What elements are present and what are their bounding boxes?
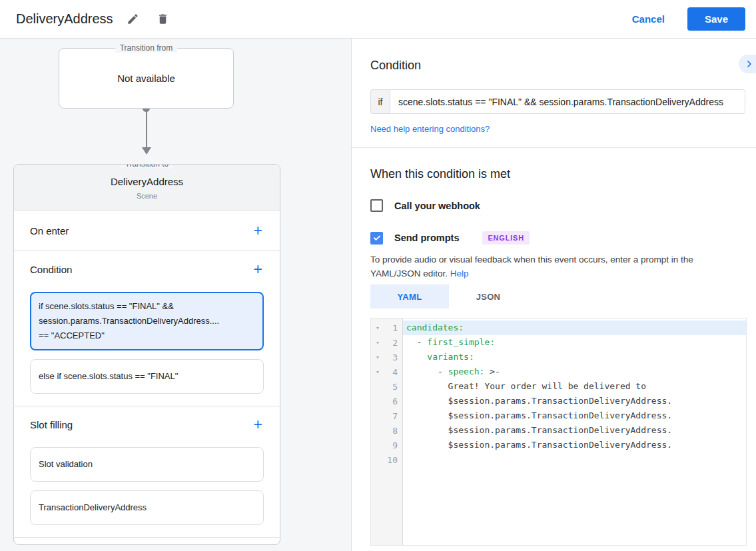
panel-title: Condition (370, 59, 745, 73)
gutter-line[interactable]: 5 (371, 379, 402, 394)
line-number: 6 (384, 396, 402, 406)
save-button[interactable]: Save (687, 7, 745, 31)
section-slot-filling-header: Slot filling + (30, 410, 264, 438)
line-number: 9 (384, 440, 402, 450)
transition-from-value: Not available (117, 73, 175, 84)
code-line[interactable]: - first_simple: (403, 335, 746, 350)
slot-card[interactable]: TransactionDeliveryAddress (30, 490, 264, 525)
line-number: 4 (384, 367, 402, 377)
code-line[interactable]: $session.params.TransactionDeliveryAddre… (403, 408, 746, 423)
scene-graph-panel: Transition from Not available Transition… (0, 39, 352, 551)
line-number: 7 (384, 411, 402, 421)
code-line[interactable]: $session.params.TransactionDeliveryAddre… (403, 438, 746, 452)
gutter-line[interactable]: ▾2 (371, 335, 402, 350)
section-condition-header: Condition + (30, 255, 264, 283)
when-condition-title: When this condition is met (370, 167, 745, 181)
gutter-line[interactable]: 8 (371, 423, 402, 438)
page-title: DeliveryAddress (16, 11, 113, 27)
line-number: 1 (384, 323, 402, 333)
condition-card-selected[interactable]: if scene.slots.status == "FINAL" && sess… (30, 292, 264, 350)
section-divider (352, 147, 756, 148)
scene-type-label: Scene (25, 192, 269, 200)
webhook-label: Call your webhook (394, 201, 480, 211)
checkmark-icon (372, 233, 382, 243)
code-line[interactable]: - speech: >- (403, 364, 746, 379)
add-on-enter-button[interactable]: + (252, 223, 264, 239)
cancel-button[interactable]: Cancel (632, 13, 665, 25)
send-prompts-checkbox[interactable] (370, 232, 383, 245)
section-on-enter: On enter + (30, 211, 264, 251)
top-app-bar: DeliveryAddress Cancel Save (0, 0, 756, 39)
fold-arrow-icon[interactable]: ▾ (371, 324, 384, 331)
line-number: 2 (384, 338, 402, 348)
condition-input[interactable] (390, 89, 745, 114)
transition-from-label: Transition from (115, 43, 178, 53)
editor-gutter: ▾1▾2▾3▾45678910 (371, 318, 403, 545)
code-line[interactable]: variants: (403, 350, 746, 364)
conditions-help-link[interactable]: Need help entering conditions? (370, 124, 745, 134)
chevron-right-icon (744, 59, 755, 69)
fold-arrow-icon[interactable]: ▾ (371, 354, 384, 360)
transition-arrow (59, 109, 234, 155)
line-number: 8 (384, 426, 402, 436)
condition-detail-panel: Condition if Need help entering conditio… (352, 39, 756, 551)
line-number: 3 (384, 352, 402, 362)
condition-section-label: Condition (30, 264, 72, 275)
transition-from-box[interactable]: Transition from Not available (59, 48, 234, 109)
gutter-line[interactable]: 10 (371, 452, 402, 467)
delete-scene-button[interactable] (153, 9, 173, 29)
on-enter-label: On enter (30, 225, 69, 237)
condition-expression-row: if (370, 89, 745, 114)
scene-header[interactable]: DeliveryAddress Scene (14, 165, 280, 211)
tab-json[interactable]: JSON (449, 284, 528, 308)
webhook-checkbox-row[interactable]: Call your webhook (370, 199, 745, 212)
if-prefix: if (370, 89, 390, 114)
send-prompts-label: Send prompts (394, 233, 459, 243)
help-link[interactable]: Help (450, 269, 469, 278)
gutter-line[interactable]: 6 (371, 394, 402, 408)
line-number: 5 (384, 382, 402, 392)
line-number: 10 (384, 455, 402, 465)
add-custom-intent-button[interactable]: + (252, 544, 264, 546)
add-condition-button[interactable]: + (252, 262, 264, 277)
slot-filling-label: Slot filling (30, 419, 73, 430)
arrow-line (146, 112, 147, 147)
fold-arrow-icon[interactable]: ▾ (371, 368, 384, 375)
editor-code-area[interactable]: candidates: - first_simple: variants: - … (403, 318, 746, 545)
arrow-head-icon (142, 147, 151, 155)
trash-icon (157, 13, 169, 25)
collapse-panel-button[interactable] (739, 55, 756, 73)
scene-name: DeliveryAddress (25, 176, 269, 187)
language-badge: ENGLISH (482, 231, 530, 245)
prompts-hint: To provide audio or visual feedback when… (370, 253, 745, 280)
condition-card[interactable]: else if scene.slots.status == "FINAL" (30, 359, 264, 394)
add-slot-button[interactable]: + (252, 417, 264, 432)
edit-title-button[interactable] (123, 9, 143, 29)
fold-arrow-icon[interactable]: ▾ (371, 339, 384, 346)
code-line[interactable]: $session.params.TransactionDeliveryAddre… (403, 394, 746, 408)
slot-validation-card[interactable]: Slot validation (30, 447, 264, 482)
yaml-editor[interactable]: ▾1▾2▾3▾45678910 candidates: - first_simp… (370, 318, 747, 546)
gutter-line[interactable]: 7 (371, 408, 402, 423)
send-prompts-checkbox-row[interactable]: Send prompts ENGLISH (370, 231, 745, 245)
tab-yaml[interactable]: YAML (370, 284, 449, 308)
gutter-line[interactable]: ▾1 (371, 320, 402, 335)
pencil-icon (127, 13, 139, 25)
code-line[interactable]: Great! Your order will be delivered to (403, 379, 746, 394)
webhook-checkbox[interactable] (370, 199, 383, 212)
gutter-line[interactable]: ▾3 (371, 350, 402, 364)
code-line[interactable] (403, 452, 746, 467)
transition-to-label: Transition to (121, 164, 174, 169)
gutter-line[interactable]: 9 (371, 438, 402, 452)
section-custom-intent: Custom intent handling + (30, 538, 264, 545)
scene-card: Transition to DeliveryAddress Scene On e… (13, 164, 280, 545)
code-line[interactable]: $session.params.TransactionDeliveryAddre… (403, 423, 746, 438)
code-line[interactable]: candidates: (403, 320, 746, 335)
gutter-line[interactable]: ▾4 (371, 364, 402, 379)
prompts-hint-text: To provide audio or visual feedback when… (370, 255, 693, 278)
editor-tabs: YAML JSON (370, 284, 745, 308)
